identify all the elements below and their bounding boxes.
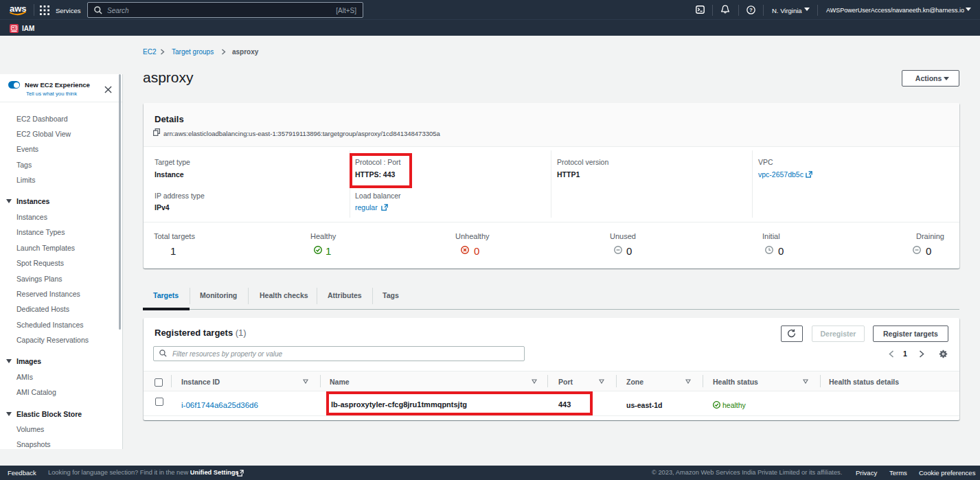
svg-text:?: ? <box>749 7 753 13</box>
